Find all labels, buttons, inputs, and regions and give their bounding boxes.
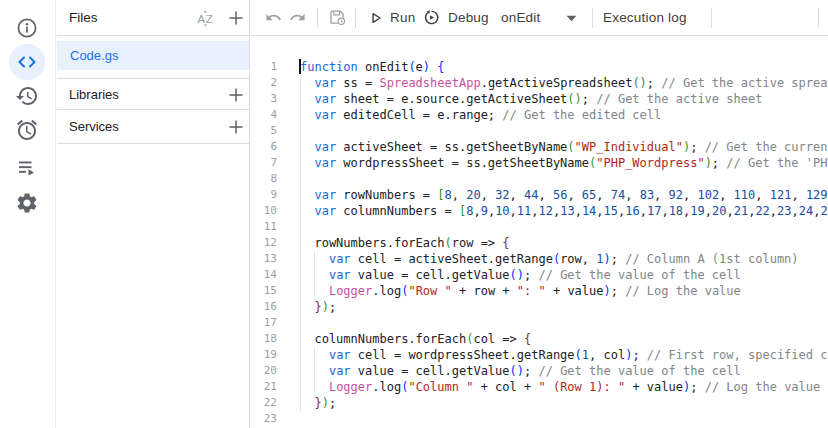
overview-nav-button[interactable] [15, 16, 39, 40]
execution-log-button[interactable]: Execution log [603, 0, 687, 35]
code-line-5[interactable]: 5 [251, 123, 828, 139]
line-number[interactable]: 16 [251, 299, 277, 315]
svg-text:A: A [198, 13, 206, 25]
code-line-8[interactable]: 8 [251, 171, 828, 187]
add-file-plus-icon[interactable] [227, 9, 245, 27]
libraries-label: Libraries [69, 79, 119, 110]
toolbar-separator [711, 8, 712, 28]
svg-text:Z: Z [206, 13, 213, 25]
code-line-6[interactable]: 6 var activeSheet = ss.getSheetByName("W… [251, 139, 828, 155]
line-number[interactable]: 5 [251, 123, 277, 139]
debug-label: Debug [448, 10, 489, 25]
line-number[interactable]: 22 [251, 395, 277, 411]
history-icon [15, 84, 39, 108]
gear-icon [15, 191, 39, 215]
line-number[interactable]: 6 [251, 139, 277, 155]
run-label: Run [390, 10, 415, 25]
line-number[interactable]: 8 [251, 171, 277, 187]
code-line-13[interactable]: 13 var cell = activeSheet.getRange(row, … [251, 251, 828, 267]
line-number[interactable]: 15 [251, 283, 277, 299]
text-cursor [299, 59, 301, 74]
code-line-23[interactable]: 23 [251, 411, 828, 427]
code-line-1[interactable]: 1function onEdit(e) { [251, 59, 828, 75]
line-number[interactable]: 9 [251, 187, 277, 203]
undo-icon[interactable] [265, 9, 282, 26]
chevron-down-icon[interactable] [566, 15, 577, 22]
editor-nav-button[interactable] [15, 50, 39, 74]
code-icon [15, 50, 39, 74]
file-name: Code.gs [70, 41, 118, 70]
line-number[interactable]: 21 [251, 379, 277, 395]
code-line-20[interactable]: 20 var value = cell.getValue(); // Get t… [251, 363, 828, 379]
add-library-plus-icon[interactable] [227, 86, 245, 104]
toolbar-separator [592, 8, 593, 28]
code-line-3[interactable]: 3 var sheet = e.source.getActiveSheet();… [251, 91, 828, 107]
code-line-11[interactable]: 11 [251, 219, 828, 235]
executions-icon [15, 156, 39, 180]
function-selector[interactable]: onEdit [501, 0, 591, 35]
line-number[interactable]: 12 [251, 235, 277, 251]
code-line-12[interactable]: 12 rowNumbers.forEach(row => { [251, 235, 828, 251]
code-line-10[interactable]: 10 var columnNumbers = [8,9,10,11,12,13,… [251, 203, 828, 219]
code-line-14[interactable]: 14 var value = cell.getValue(); // Get t… [251, 267, 828, 283]
redo-icon[interactable] [289, 9, 306, 26]
line-number[interactable]: 13 [251, 251, 277, 267]
toolbar-separator [317, 8, 318, 28]
line-number[interactable]: 10 [251, 203, 277, 219]
play-icon [369, 11, 383, 25]
code-line-21[interactable]: 21 Logger.log("Column " + col + " (Row 1… [251, 379, 828, 395]
settings-nav-button[interactable] [15, 191, 39, 215]
services-section[interactable]: Services [57, 110, 249, 144]
line-number[interactable]: 3 [251, 91, 277, 107]
az-sort-icon[interactable]: A Z [197, 9, 216, 28]
line-number[interactable]: 7 [251, 155, 277, 171]
line-number[interactable]: 19 [251, 347, 277, 363]
code-line-9[interactable]: 9 var rowNumbers = [8, 20, 32, 44, 56, 6… [251, 187, 828, 203]
files-header: Files A Z [57, 0, 249, 36]
line-number[interactable]: 20 [251, 363, 277, 379]
code-line-2[interactable]: 2 var ss = SpreadsheetApp.getActiveSprea… [251, 75, 828, 91]
debug-icon [423, 9, 440, 26]
project-history-nav-button[interactable] [15, 84, 39, 108]
debug-button[interactable]: Debug [423, 0, 464, 35]
line-number[interactable]: 2 [251, 75, 277, 91]
libraries-section[interactable]: Libraries [57, 78, 249, 110]
editor-toolbar: Run Debug onEdit Execution log [251, 0, 828, 36]
left-nav-rail [0, 0, 56, 428]
files-panel-title: Files [69, 0, 98, 35]
line-number[interactable]: 1 [251, 59, 277, 75]
services-label: Services [69, 110, 119, 144]
triggers-nav-button[interactable] [15, 118, 39, 142]
line-number[interactable]: 17 [251, 315, 277, 331]
line-number[interactable]: 4 [251, 107, 277, 123]
code-line-19[interactable]: 19 var cell = wordpressSheet.getRange(1,… [251, 347, 828, 363]
code-line-7[interactable]: 7 var wordpressSheet = ss.getSheetByName… [251, 155, 828, 171]
toolbar-separator [818, 8, 819, 28]
function-selector-value: onEdit [501, 10, 540, 25]
code-line-17[interactable]: 17 [251, 315, 828, 331]
code-line-18[interactable]: 18 columnNumbers.forEach(col => { [251, 331, 828, 347]
toolbar-separator [355, 8, 356, 28]
line-number[interactable]: 11 [251, 219, 277, 235]
add-service-plus-icon[interactable] [227, 118, 245, 136]
files-panel: Files A Z Code.gs Libraries Services [57, 0, 250, 428]
code-line-22[interactable]: 22 }); [251, 395, 828, 411]
code-editor[interactable]: 1function onEdit(e) {2 var ss = Spreadsh… [251, 36, 828, 428]
save-icon[interactable] [328, 8, 347, 27]
alarm-clock-icon [15, 118, 39, 142]
code-line-15[interactable]: 15 Logger.log("Row " + row + ": " + valu… [251, 283, 828, 299]
line-number[interactable]: 23 [251, 411, 277, 427]
executions-nav-button[interactable] [15, 156, 39, 180]
code-line-4[interactable]: 4 var editedCell = e.range; // Get the e… [251, 107, 828, 123]
run-button[interactable]: Run [369, 0, 394, 35]
code-line-16[interactable]: 16 }); [251, 299, 828, 315]
file-row-code-gs[interactable]: Code.gs [57, 41, 249, 70]
info-icon [15, 16, 39, 40]
line-number[interactable]: 14 [251, 267, 277, 283]
line-number[interactable]: 18 [251, 331, 277, 347]
